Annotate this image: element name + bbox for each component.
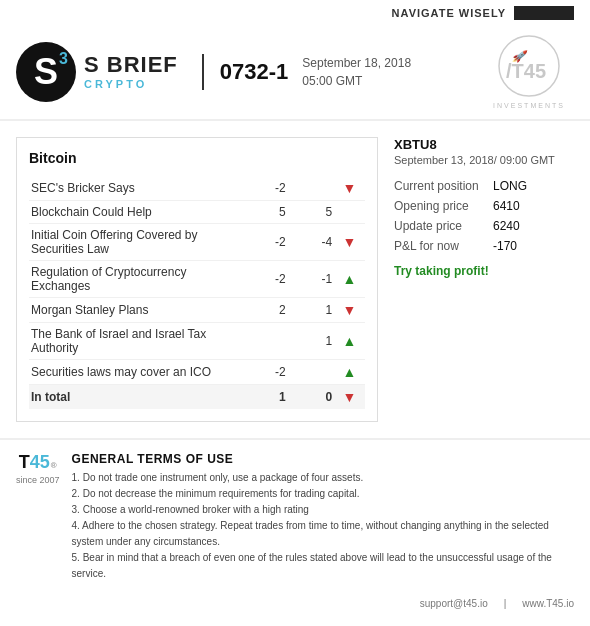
xbtu-table: Current position LONG Opening price 6410… (394, 176, 574, 256)
row-num2: 5 (288, 201, 334, 224)
row-label: SEC's Bricker Says (29, 176, 241, 201)
footer: T 45 ® since 2007 GENERAL TERMS OF USE 1… (0, 438, 590, 594)
row-num1: 2 (241, 298, 287, 323)
header: S 3 S BRIEF CRYPTO 0732-1 September 18, … (0, 24, 590, 121)
main-content: Bitcoin SEC's Bricker Says -2 ▼ Blockcha… (0, 121, 590, 438)
doc-date-line1: September 18, 2018 (302, 54, 411, 72)
s-letter: S (34, 54, 58, 90)
bitcoin-total-row: In total 1 0 ▼ (29, 385, 365, 410)
support-email: support@t45.io (420, 598, 488, 609)
bitcoin-table-row: Morgan Stanley Plans 2 1 ▼ (29, 298, 365, 323)
row-num1: 5 (241, 201, 287, 224)
arrow-up-icon: ▲ (343, 364, 357, 380)
t45-logo-svg: 🚀 /T45 (484, 34, 574, 104)
row-label: Initial Coin Offering Covered by Securit… (29, 224, 241, 261)
row-arrow: ▼ (334, 298, 365, 323)
xbtu-field-label: Opening price (394, 196, 493, 216)
footer-rule: 3. Choose a world-renowned broker with a… (72, 502, 574, 518)
xbtu-field-value: 6410 (493, 196, 574, 216)
xbtu-field-row: Update price 6240 (394, 216, 574, 236)
xbtu-field-row: Current position LONG (394, 176, 574, 196)
footer-title: GENERAL TERMS OF USE (72, 452, 574, 466)
row-num1: -2 (241, 261, 287, 298)
bitcoin-table-row: Initial Coin Offering Covered by Securit… (29, 224, 365, 261)
bitcoin-table-row: The Bank of Israel and Israel Tax Author… (29, 323, 365, 360)
row-arrow: ▲ (334, 323, 365, 360)
footer-rules: 1. Do not trade one instrument only, use… (72, 470, 574, 582)
brand-text: S BRIEF CRYPTO (84, 54, 178, 90)
row-num2: 1 (288, 298, 334, 323)
arrow-down-icon: ▼ (343, 302, 357, 318)
bitcoin-title: Bitcoin (29, 150, 365, 166)
total-num2: 0 (288, 385, 334, 410)
row-num2: 1 (288, 323, 334, 360)
brand-title: S BRIEF (84, 54, 178, 76)
bitcoin-table-row: SEC's Bricker Says -2 ▼ (29, 176, 365, 201)
footer-t45-reg: ® (51, 461, 57, 470)
website: www.T45.io (522, 598, 574, 609)
row-arrow: ▼ (334, 224, 365, 261)
row-num2: -1 (288, 261, 334, 298)
xbtu-field-value: LONG (493, 176, 574, 196)
footer-t45-label: T (19, 452, 30, 473)
row-label: Securities laws may cover an ICO (29, 360, 241, 385)
bitcoin-panel: Bitcoin SEC's Bricker Says -2 ▼ Blockcha… (16, 137, 378, 422)
row-arrow (334, 201, 365, 224)
xbtu-field-row: P&L for now -170 (394, 236, 574, 256)
footer-rule: 4. Adhere to the chosen strategy. Repeat… (72, 518, 574, 550)
logo-area: S 3 S BRIEF CRYPTO 0732-1 September 18, … (16, 42, 484, 102)
xbtu-field-label: Update price (394, 216, 493, 236)
xbtu-symbol: XBTU8 (394, 137, 574, 152)
row-arrow: ▼ (334, 176, 365, 201)
bitcoin-table: SEC's Bricker Says -2 ▼ Blockchain Could… (29, 176, 365, 409)
row-num1: -2 (241, 224, 287, 261)
xbtu-panel: XBTU8 September 13, 2018/ 09:00 GMT Curr… (394, 137, 574, 422)
brand-sub: CRYPTO (84, 78, 178, 90)
s3-accent: 3 (59, 50, 68, 68)
doc-date: September 18, 2018 05:00 GMT (302, 54, 411, 90)
footer-rule: 1. Do not trade one instrument only, use… (72, 470, 574, 486)
row-label: The Bank of Israel and Israel Tax Author… (29, 323, 241, 360)
xbtu-field-value: -170 (493, 236, 574, 256)
arrow-down-icon: ▼ (343, 234, 357, 250)
xbtu-field-label: P&L for now (394, 236, 493, 256)
footer-content: GENERAL TERMS OF USE 1. Do not trade one… (72, 452, 574, 582)
row-label: Regulation of Cryptocurrency Exchanges (29, 261, 241, 298)
doc-number: 0732-1 (220, 59, 289, 85)
top-bar-accent (514, 6, 574, 20)
arrow-up-icon: ▲ (343, 271, 357, 287)
arrow-up-icon: ▲ (343, 333, 357, 349)
footer-logo: T 45 ® since 2007 (16, 452, 60, 485)
footer-since: since 2007 (16, 475, 60, 485)
svg-text:/T45: /T45 (506, 60, 546, 82)
bitcoin-table-row: Securities laws may cover an ICO -2 ▲ (29, 360, 365, 385)
footer-rule: 5. Bear in mind that a breach of even on… (72, 550, 574, 582)
row-arrow: ▲ (334, 261, 365, 298)
t45-logo: 🚀 /T45 INVESTMENTS (484, 34, 574, 109)
footer-divider: | (504, 598, 507, 609)
row-label: Morgan Stanley Plans (29, 298, 241, 323)
total-num1: 1 (241, 385, 287, 410)
total-label: In total (29, 385, 241, 410)
arrow-down-icon: ▼ (343, 389, 357, 405)
xbtu-field-value: 6240 (493, 216, 574, 236)
footer-rule: 2. Do not decrease the minimum requireme… (72, 486, 574, 502)
row-num1 (241, 323, 287, 360)
row-arrow: ▲ (334, 360, 365, 385)
bitcoin-table-row: Regulation of Cryptocurrency Exchanges -… (29, 261, 365, 298)
navigate-wisely-label: NAVIGATE WISELY (392, 7, 506, 19)
doc-date-line2: 05:00 GMT (302, 72, 411, 90)
xbtu-field-row: Opening price 6410 (394, 196, 574, 216)
total-arrow: ▼ (334, 385, 365, 410)
row-num1: -2 (241, 176, 287, 201)
try-profit-cta: Try taking profit! (394, 264, 574, 278)
footer-bottom: support@t45.io | www.T45.io (0, 594, 590, 617)
xbtu-field-label: Current position (394, 176, 493, 196)
doc-info: 0732-1 September 18, 2018 05:00 GMT (202, 54, 411, 90)
row-num1: -2 (241, 360, 287, 385)
arrow-down-icon: ▼ (343, 180, 357, 196)
s-logo: S 3 (16, 42, 76, 102)
row-num2 (288, 176, 334, 201)
row-num2: -4 (288, 224, 334, 261)
bitcoin-table-row: Blockchain Could Help 5 5 (29, 201, 365, 224)
